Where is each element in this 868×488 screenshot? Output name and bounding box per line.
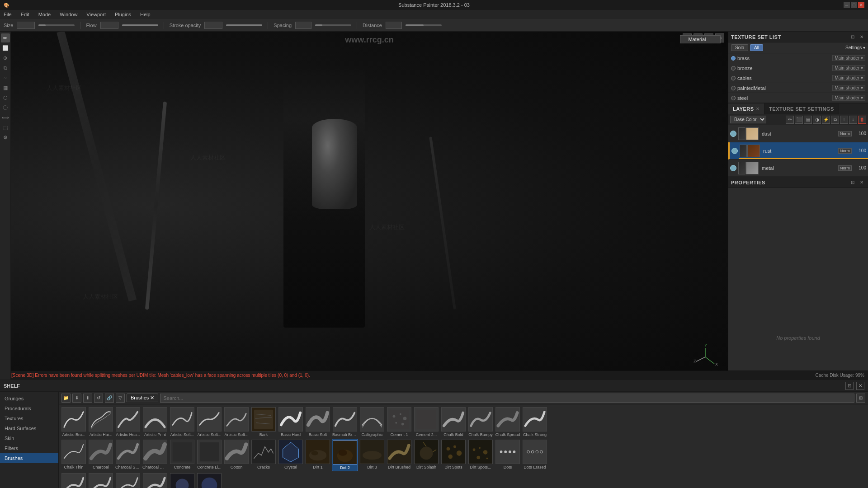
layer-rust[interactable]: rust Norm 100 bbox=[728, 142, 868, 160]
tsl-close-button[interactable]: ✕ bbox=[858, 33, 865, 41]
sidebar-symmetry-icon[interactable]: ⟺ bbox=[1, 113, 10, 122]
brush-row3-5[interactable] bbox=[169, 472, 195, 488]
brush-concrete[interactable]: Concrete bbox=[169, 439, 195, 471]
sidebar-select-icon[interactable]: ⊕ bbox=[1, 53, 10, 62]
tsl-settings-button[interactable]: Settings ▾ bbox=[845, 45, 865, 50]
maximize-button[interactable]: □ bbox=[851, 2, 857, 8]
tsi-paintedmetal-shader[interactable]: Main shader ▾ bbox=[832, 85, 865, 91]
menu-file[interactable]: File bbox=[2, 11, 14, 18]
brush-artistic-hea[interactable]: Artistic Hea... bbox=[115, 406, 141, 438]
shelf-expand-button[interactable]: ⊡ bbox=[845, 382, 854, 390]
stroke-opacity-slider[interactable] bbox=[226, 24, 262, 26]
shelf-nav-textures[interactable]: Textures bbox=[0, 413, 58, 423]
shelf-link-button[interactable]: 🔗 bbox=[105, 394, 114, 403]
menu-viewport[interactable]: Viewport bbox=[85, 11, 108, 18]
shelf-nav-hard-surfaces[interactable]: Hard Surfaces bbox=[0, 423, 58, 433]
sidebar-smudge-icon[interactable]: ∼ bbox=[1, 73, 10, 82]
minimize-button[interactable]: ─ bbox=[844, 2, 850, 8]
sidebar-paint-icon[interactable]: ✏ bbox=[1, 33, 10, 42]
flow-input[interactable]: 100 bbox=[100, 22, 118, 29]
brush-dirt-2[interactable]: Dirt 2 bbox=[332, 439, 358, 471]
brush-artistic-hai[interactable]: Artistic Hai... bbox=[88, 406, 114, 438]
close-button[interactable]: ✕ bbox=[858, 2, 864, 8]
tsi-bronze[interactable]: bronze Main shader ▾ bbox=[728, 63, 868, 73]
brush-dirt-1[interactable]: Dirt 1 bbox=[305, 439, 331, 471]
tsl-solo-button[interactable]: Solo bbox=[731, 44, 748, 51]
menu-edit[interactable]: Edit bbox=[19, 11, 31, 18]
sidebar-polygon-fill-icon[interactable]: ⬡ bbox=[1, 93, 10, 102]
properties-close-button[interactable]: ✕ bbox=[858, 179, 865, 186]
tsi-steel[interactable]: steel Main shader ▾ bbox=[728, 93, 868, 103]
menu-mode[interactable]: Mode bbox=[37, 11, 53, 18]
brush-dirt-3[interactable]: Dirt 3 bbox=[359, 439, 385, 471]
brush-bark[interactable]: Bark bbox=[250, 406, 277, 438]
brush-dirt-spots[interactable]: Dirt Spots bbox=[440, 439, 467, 471]
brush-artistic-print[interactable]: Artistic Print bbox=[142, 406, 168, 438]
brush-basic-soft[interactable]: Basic Soft bbox=[305, 406, 331, 438]
move-down-button[interactable]: ↓ bbox=[849, 116, 857, 124]
sidebar-lazy-mouse-icon[interactable]: 〇 bbox=[1, 103, 10, 112]
delete-layer-button[interactable]: 🗑 bbox=[858, 116, 866, 124]
brush-row3-1[interactable]: ... bbox=[61, 472, 87, 488]
shelf-nav-grunges[interactable]: Grunges bbox=[0, 394, 58, 404]
brush-calligraphic[interactable]: Calligraphic bbox=[359, 406, 385, 438]
brush-dirt-splash[interactable]: Dirt Splash bbox=[413, 439, 439, 471]
layer-metal-visibility[interactable] bbox=[730, 165, 736, 171]
brush-dots[interactable]: Dots bbox=[495, 439, 521, 471]
sidebar-bake-icon[interactable]: ⬚ bbox=[1, 123, 10, 132]
spacing-slider[interactable] bbox=[315, 24, 351, 26]
channel-select[interactable]: Base Color bbox=[730, 116, 766, 123]
brush-chalk-strong[interactable]: Chalk Strong bbox=[522, 406, 548, 438]
stroke-opacity-input[interactable]: 100 bbox=[204, 22, 222, 29]
sidebar-erase-icon[interactable]: ⬜ bbox=[1, 43, 10, 52]
layer-rust-visibility[interactable] bbox=[731, 148, 738, 154]
brush-concrete-li[interactable]: Concrete Li... bbox=[196, 439, 222, 471]
brush-chalk-bold[interactable]: Chalk Bold bbox=[440, 406, 467, 438]
tsi-brass-shader[interactable]: Main shader ▾ bbox=[832, 55, 865, 61]
spacing-input[interactable]: 20 bbox=[295, 22, 311, 29]
brush-crystal[interactable]: Crystal bbox=[278, 439, 304, 471]
add-effect-button[interactable]: ⚡ bbox=[822, 116, 830, 124]
brush-row3-3[interactable] bbox=[115, 472, 141, 488]
shelf-close-button[interactable]: ✕ bbox=[856, 382, 864, 390]
brush-charcoal[interactable]: Charcoal bbox=[88, 439, 114, 471]
size-input[interactable]: 1.05 bbox=[17, 22, 35, 29]
tsi-paintedmetal[interactable]: paintedMetal Main shader ▾ bbox=[728, 83, 868, 93]
menu-plugins[interactable]: Plugins bbox=[113, 11, 133, 18]
shelf-nav-skin[interactable]: Skin bbox=[0, 433, 58, 443]
brush-row3-4[interactable] bbox=[142, 472, 168, 488]
tab-layers-close[interactable]: ✕ bbox=[756, 107, 760, 111]
tsi-cables[interactable]: cables Main shader ▾ bbox=[728, 73, 868, 83]
shelf-search-input[interactable] bbox=[160, 394, 854, 403]
brush-cracks[interactable]: Cracks bbox=[250, 439, 277, 471]
layer-dust[interactable]: dust Norm 100 bbox=[728, 125, 868, 142]
brush-cement-2[interactable]: Cement 2... bbox=[413, 406, 439, 438]
shelf-folder-button[interactable]: 📁 bbox=[61, 394, 71, 403]
brush-artistic-soft1[interactable]: Artistic Soft... bbox=[169, 406, 195, 438]
brush-artistic-bru[interactable]: Artistic Bru... bbox=[61, 406, 87, 438]
add-group-button[interactable]: ▤ bbox=[804, 116, 812, 124]
distance-input[interactable]: 5 bbox=[386, 22, 402, 29]
brush-chalk-spread[interactable]: Chalk Spread bbox=[495, 406, 521, 438]
shelf-refresh-button[interactable]: ↺ bbox=[94, 394, 103, 403]
shelf-nav-brushes[interactable]: Brushes bbox=[0, 453, 58, 463]
shelf-nav-filters[interactable]: Filters bbox=[0, 443, 58, 453]
menu-window[interactable]: Window bbox=[58, 11, 79, 18]
brush-dirt-spots-2[interactable]: Dirt Spots... bbox=[467, 439, 494, 471]
viewport-canvas[interactable]: www.rrcg.cn 人人素材社区 人人素材社区 人人素材社区 人人素材社区 … bbox=[11, 32, 728, 380]
size-slider[interactable] bbox=[38, 24, 75, 26]
material-dropdown[interactable]: Material Base Color bbox=[680, 35, 721, 43]
shelf-filter-button[interactable]: ▽ bbox=[116, 394, 125, 403]
tsi-steel-shader[interactable]: Main shader ▾ bbox=[832, 95, 865, 101]
brush-artistic-soft3[interactable]: Artistic Soft... bbox=[223, 406, 250, 438]
brushes-tab-button[interactable]: Brushes ✕ bbox=[127, 394, 158, 402]
brush-chalk-thin[interactable]: Chalk Thin bbox=[61, 439, 87, 471]
properties-popout-button[interactable]: ⊡ bbox=[849, 179, 856, 186]
tsi-brass[interactable]: brass Main shader ▾ bbox=[728, 53, 868, 63]
tsl-popout-button[interactable]: ⊡ bbox=[849, 33, 856, 41]
brush-artistic-soft2[interactable]: Artistic Soft... bbox=[196, 406, 222, 438]
brush-dots-erased[interactable]: Dots Erased bbox=[522, 439, 548, 471]
tsl-all-button[interactable]: All bbox=[750, 44, 763, 51]
add-mask-button[interactable]: ◑ bbox=[813, 116, 821, 124]
tab-texture-set-settings[interactable]: TEXTURE SET SETTINGS bbox=[764, 103, 839, 114]
